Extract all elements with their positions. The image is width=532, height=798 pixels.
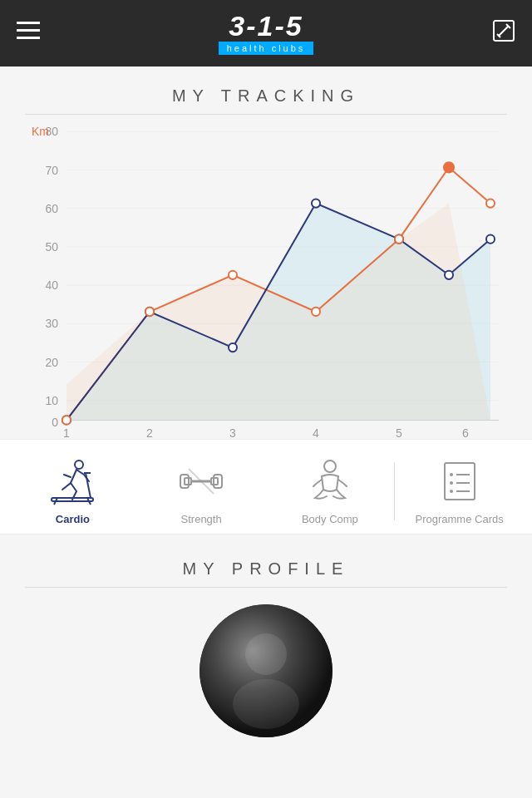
profile-divider [25,587,507,588]
edit-icon[interactable] [492,19,515,47]
svg-text:1: 1 [63,426,70,439]
svg-point-38 [486,199,495,207]
body-comp-icon [305,456,355,506]
logo-sub: health clubs [219,42,314,55]
svg-text:50: 50 [45,240,58,254]
tab-strength-label: Strength [181,513,222,525]
tracking-section: MY TRACKING 80 70 60 50 40 30 20 10 0 Km [0,86,532,534]
svg-point-33 [145,308,154,316]
tracking-title: MY TRACKING [0,86,532,106]
svg-point-60 [450,473,453,476]
svg-point-34 [229,271,237,279]
svg-point-46 [75,461,83,469]
avatar [200,604,332,737]
svg-point-30 [445,271,453,279]
svg-point-27 [229,343,237,352]
svg-rect-1 [17,29,40,32]
svg-text:Km: Km [32,125,49,138]
svg-point-58 [324,461,336,472]
profile-section: MY PROFILE [0,559,532,737]
svg-text:40: 40 [45,278,58,292]
svg-line-50 [86,473,91,498]
svg-point-37 [444,162,454,172]
svg-point-68 [233,679,299,729]
svg-text:3: 3 [229,426,236,439]
svg-point-31 [486,235,495,244]
svg-rect-0 [17,22,40,24]
logo-text: 3-1-5 [229,12,303,40]
svg-point-36 [395,235,403,244]
svg-text:5: 5 [396,426,402,439]
svg-text:4: 4 [313,426,319,439]
tab-cardio-label: Cardio [56,513,90,525]
svg-marker-24 [66,204,490,421]
svg-point-64 [450,490,453,493]
tab-programme-cards-label: Programme Cards [416,513,504,525]
tracking-tabs: Cardio Strength [0,439,532,534]
svg-rect-59 [445,463,475,500]
programme-cards-icon [435,456,485,506]
svg-text:60: 60 [45,202,58,215]
profile-title: MY PROFILE [0,559,532,579]
app-header: 3-1-5 health clubs [0,0,532,66]
tab-cardio[interactable]: Cardio [8,456,137,525]
svg-point-62 [450,481,453,485]
tab-body-comp[interactable]: Body Comp [266,456,395,525]
svg-point-32 [62,416,71,424]
tracking-divider [25,114,507,115]
svg-text:30: 30 [45,317,58,330]
menu-icon[interactable] [17,22,40,45]
svg-text:6: 6 [462,426,469,439]
tracking-chart: 80 70 60 50 40 30 20 10 0 Km [25,123,507,439]
tab-programme-cards[interactable]: Programme Cards [395,456,524,525]
avatar-container [0,604,532,737]
cardio-icon [47,456,97,506]
svg-text:20: 20 [45,356,58,369]
svg-text:0: 0 [52,415,58,428]
svg-text:2: 2 [146,426,153,439]
tab-body-comp-label: Body Comp [302,513,358,525]
strength-icon [176,456,226,506]
svg-text:10: 10 [45,394,58,407]
svg-point-28 [312,199,320,207]
svg-point-67 [245,633,287,675]
svg-rect-2 [17,37,40,39]
svg-point-35 [312,308,320,316]
svg-text:70: 70 [45,163,58,176]
tab-strength[interactable]: Strength [137,456,266,525]
app-logo: 3-1-5 health clubs [219,12,314,55]
